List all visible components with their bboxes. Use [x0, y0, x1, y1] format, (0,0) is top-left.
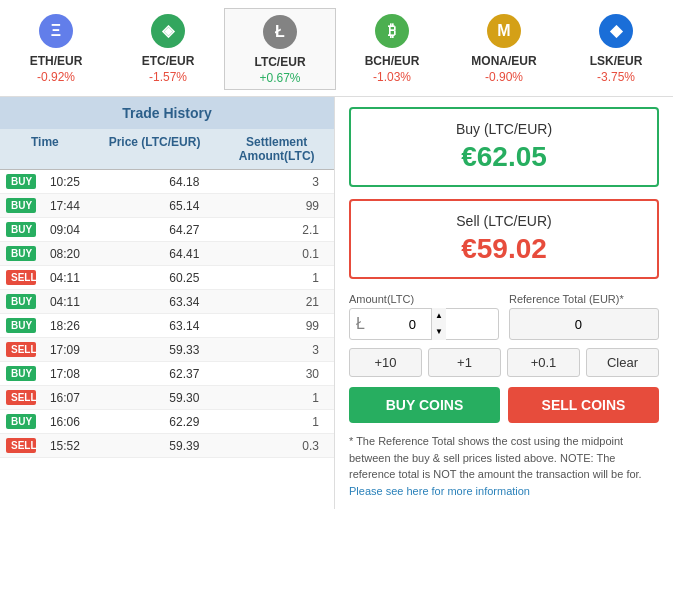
action-buttons: BUY COINS SELL COINS — [349, 387, 659, 423]
trade-settlement-5: 21 — [219, 295, 334, 309]
trade-settlement-2: 2.1 — [219, 223, 334, 237]
table-row: SELL04:1160.251 — [0, 266, 334, 290]
trade-time-6: 18:26 — [40, 319, 90, 333]
coin-bar: ΞETH/EUR-0.92%◈ETC/EUR-1.57%ŁLTC/EUR+0.6… — [0, 0, 673, 97]
trade-type-7: SELL — [6, 342, 36, 357]
trade-price-1: 65.14 — [90, 199, 220, 213]
trade-time-11: 15:52 — [40, 439, 90, 453]
disclaimer: * The Reference Total shows the cost usi… — [349, 433, 659, 499]
add-1-button[interactable]: +1 — [428, 348, 501, 377]
table-row: BUY08:2064.410.1 — [0, 242, 334, 266]
sell-coins-button[interactable]: SELL COINS — [508, 387, 659, 423]
trade-type-2: BUY — [6, 222, 36, 237]
eth-name: ETH/EUR — [30, 54, 83, 68]
bch-change: -1.03% — [373, 70, 411, 84]
trade-settlement-8: 30 — [219, 367, 334, 381]
trade-type-4: SELL — [6, 270, 36, 285]
coin-item-etc[interactable]: ◈ETC/EUR-1.57% — [112, 8, 224, 90]
sell-box: Sell (LTC/EUR) €59.02 — [349, 199, 659, 279]
col-settlement: Settlement Amount(LTC) — [219, 129, 334, 169]
trade-type-1: BUY — [6, 198, 36, 213]
buy-box-title: Buy (LTC/EUR) — [367, 121, 641, 137]
disclaimer-link[interactable]: Please see here for more information — [349, 485, 530, 497]
trade-settlement-6: 99 — [219, 319, 334, 333]
table-row: SELL17:0959.333 — [0, 338, 334, 362]
amount-label: Amount(LTC) — [349, 293, 499, 305]
trade-time-1: 17:44 — [40, 199, 90, 213]
trade-time-4: 04:11 — [40, 271, 90, 285]
trade-price-6: 63.14 — [90, 319, 220, 333]
ltc-name: LTC/EUR — [254, 55, 305, 69]
trade-settlement-9: 1 — [219, 391, 334, 405]
coin-item-lsk[interactable]: ◆LSK/EUR-3.75% — [560, 8, 672, 90]
trade-type-0: BUY — [6, 174, 36, 189]
amount-input-wrap: Ł ▲ ▼ — [349, 308, 499, 340]
trade-price-5: 63.34 — [90, 295, 220, 309]
ltc-coin-icon: Ł — [261, 13, 299, 51]
table-row: BUY10:2564.183 — [0, 170, 334, 194]
svg-text:◆: ◆ — [609, 22, 624, 39]
trade-rows: BUY10:2564.183BUY17:4465.1499BUY09:0464.… — [0, 170, 334, 458]
bch-coin-icon: ₿ — [373, 12, 411, 50]
trade-time-0: 10:25 — [40, 175, 90, 189]
table-row: SELL16:0759.301 — [0, 386, 334, 410]
trade-type-5: BUY — [6, 294, 36, 309]
svg-text:◈: ◈ — [161, 22, 176, 39]
coin-item-bch[interactable]: ₿BCH/EUR-1.03% — [336, 8, 448, 90]
trade-type-6: BUY — [6, 318, 36, 333]
trade-settlement-11: 0.3 — [219, 439, 334, 453]
trade-time-2: 09:04 — [40, 223, 90, 237]
disclaimer-text: * The Reference Total shows the cost usi… — [349, 435, 642, 480]
bch-name: BCH/EUR — [365, 54, 420, 68]
buy-coins-button[interactable]: BUY COINS — [349, 387, 500, 423]
trade-time-8: 17:08 — [40, 367, 90, 381]
table-row: SELL15:5259.390.3 — [0, 434, 334, 458]
trade-type-9: SELL — [6, 390, 36, 405]
trade-price-11: 59.39 — [90, 439, 220, 453]
trade-time-7: 17:09 — [40, 343, 90, 357]
quick-buttons: +10 +1 +0.1 Clear — [349, 348, 659, 377]
svg-text:M: M — [497, 22, 510, 39]
spinner-up[interactable]: ▲ — [432, 308, 446, 324]
trade-type-3: BUY — [6, 246, 36, 261]
add-10-button[interactable]: +10 — [349, 348, 422, 377]
trade-history-panel: Trade History Time Price (LTC/EUR) Settl… — [0, 97, 335, 509]
buy-box: Buy (LTC/EUR) €62.05 — [349, 107, 659, 187]
trade-price-10: 62.29 — [90, 415, 220, 429]
trade-time-9: 16:07 — [40, 391, 90, 405]
table-row: BUY16:0662.291 — [0, 410, 334, 434]
trade-price-7: 59.33 — [90, 343, 220, 357]
coin-item-ltc[interactable]: ŁLTC/EUR+0.67% — [224, 8, 336, 90]
table-row: BUY18:2663.1499 — [0, 314, 334, 338]
trade-settlement-10: 1 — [219, 415, 334, 429]
svg-text:Ł: Ł — [275, 23, 285, 40]
etc-name: ETC/EUR — [142, 54, 195, 68]
mona-coin-icon: M — [485, 12, 523, 50]
buy-price: €62.05 — [367, 141, 641, 173]
trade-settlement-7: 3 — [219, 343, 334, 357]
sell-price: €59.02 — [367, 233, 641, 265]
coin-item-mona[interactable]: MMONA/EUR-0.90% — [448, 8, 560, 90]
svg-text:Ξ: Ξ — [51, 22, 61, 39]
spinner-buttons: ▲ ▼ — [431, 308, 446, 340]
trade-price-8: 62.37 — [90, 367, 220, 381]
input-row: Amount(LTC) Ł ▲ ▼ Reference Total (EUR)* — [349, 293, 659, 340]
amount-input[interactable] — [371, 317, 431, 332]
clear-button[interactable]: Clear — [586, 348, 659, 377]
spinner-down[interactable]: ▼ — [432, 324, 446, 340]
eth-coin-icon: Ξ — [37, 12, 75, 50]
add-01-button[interactable]: +0.1 — [507, 348, 580, 377]
trade-panel: Buy (LTC/EUR) €62.05 Sell (LTC/EUR) €59.… — [335, 97, 673, 509]
ltc-change: +0.67% — [259, 71, 300, 85]
sell-box-title: Sell (LTC/EUR) — [367, 213, 641, 229]
mona-change: -0.90% — [485, 70, 523, 84]
trade-settlement-4: 1 — [219, 271, 334, 285]
trade-type-8: BUY — [6, 366, 36, 381]
trade-price-4: 60.25 — [90, 271, 220, 285]
amount-group: Amount(LTC) Ł ▲ ▼ — [349, 293, 499, 340]
trade-type-11: SELL — [6, 438, 36, 453]
trade-settlement-1: 99 — [219, 199, 334, 213]
trade-time-10: 16:06 — [40, 415, 90, 429]
trade-price-2: 64.27 — [90, 223, 220, 237]
coin-item-eth[interactable]: ΞETH/EUR-0.92% — [0, 8, 112, 90]
